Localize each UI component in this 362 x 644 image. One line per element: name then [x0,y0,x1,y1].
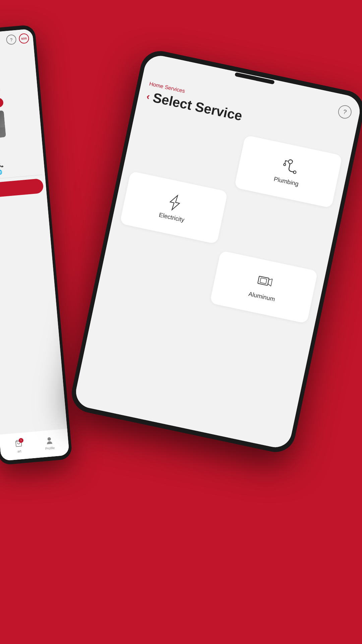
svg-line-9 [271,279,273,286]
service-card-electricity[interactable]: Electricity [120,171,228,244]
plumbing-icon [280,157,299,176]
bottom-nav: 1 art Profile [0,428,69,461]
left-top-icons: ? SOS [0,33,31,48]
svg-rect-5 [258,276,269,285]
person-body [47,441,52,444]
svg-point-2 [293,170,296,173]
right-screen-content: ? Home Services ‹ Select Service [73,53,362,450]
cart-label: art [17,449,21,453]
profile-icon [45,437,54,445]
svg-line-8 [267,284,271,286]
store-image-detail [0,127,6,140]
right-help-icon[interactable]: ? [337,104,353,120]
left-text-block: our and a half derly & immun ers from 8 … [0,48,35,96]
nav-cart[interactable]: 1 art [3,438,35,454]
back-arrow-icon[interactable]: ‹ [145,91,151,102]
help-icon[interactable]: ? [6,34,17,45]
aluminum-icon [255,272,275,291]
services-grid: Plumbing Electricity [107,113,342,324]
left-screen-content: ? SOS our and a half derly & immun ers f… [0,29,69,461]
nav-profile[interactable]: Profile [34,436,66,451]
aluminum-label: Aluminum [248,290,276,303]
electricity-icon [166,193,184,212]
service-card-plumbing[interactable]: Plumbing [234,135,343,208]
days-left-badge: Days Left [0,98,4,110]
left-phone: ? SOS our and a half derly & immun ers f… [0,24,72,465]
right-phone-screen: ? Home Services ‹ Select Service [73,53,362,450]
phone-icon: 📞 [0,162,4,168]
cart-badge: 1 [15,439,23,448]
store-image [0,110,6,140]
service-card-aluminum[interactable]: Aluminum [210,251,318,324]
cart-count: 1 [18,438,23,443]
svg-point-3 [284,163,286,166]
electricity-label: Electricity [158,211,185,224]
left-phone-screen: ? SOS our and a half derly & immun ers f… [0,29,69,461]
profile-label: Profile [45,446,55,450]
right-phone: ? Home Services ‹ Select Service [68,47,362,455]
person-head [47,437,51,441]
globe-icon: 🌐 [0,169,2,175]
svg-rect-6 [260,278,267,283]
action-button[interactable] [0,178,44,199]
plumbing-label: Plumbing [273,175,299,187]
sos-icon[interactable]: SOS [18,33,29,44]
svg-marker-4 [169,194,181,211]
